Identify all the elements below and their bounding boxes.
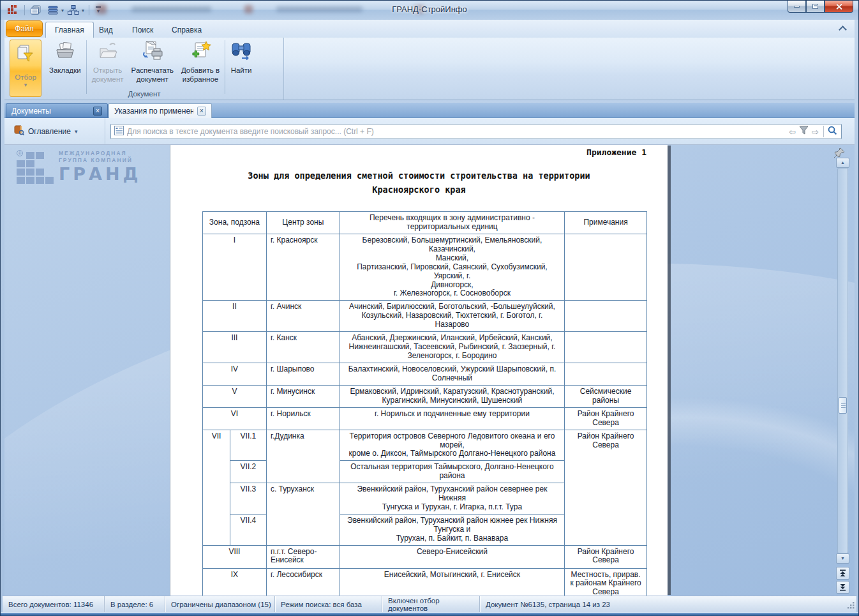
cell-center: г. Красноярск xyxy=(266,234,340,301)
cell-zone: I xyxy=(203,234,267,301)
open-document-button[interactable]: Открыть документ xyxy=(88,39,128,87)
toc-book-icon xyxy=(13,125,24,138)
group-separator xyxy=(86,40,87,94)
table-row: I г. Красноярск Березовский, Большемурти… xyxy=(203,234,647,301)
printer-icon xyxy=(141,41,164,64)
cell-note xyxy=(565,301,647,332)
favorite-star-icon xyxy=(189,41,212,64)
tab-documents[interactable]: Документы × xyxy=(6,103,108,118)
toc-button[interactable]: Оглавление ▾ xyxy=(4,118,105,144)
cell-note xyxy=(565,332,647,363)
tab-current-document[interactable]: Указания по применен... × xyxy=(108,103,212,118)
cell-note: Район Крайнего Севера xyxy=(565,430,647,545)
close-tab-icon[interactable]: × xyxy=(93,107,102,116)
cell-zone: II xyxy=(203,301,267,332)
ribbon-collapse-icon[interactable] xyxy=(838,24,848,33)
cell-zone-group: VII xyxy=(203,430,230,545)
ribbon-tab-row: Файл Главная Вид Поиск Справка xyxy=(4,20,855,38)
close-tab-icon[interactable]: × xyxy=(197,107,206,116)
previous-page-button[interactable] xyxy=(836,567,849,580)
header-zone: Зона, подзона xyxy=(203,212,267,234)
search-input[interactable] xyxy=(127,127,787,136)
cell-note xyxy=(565,363,647,385)
add-to-favorites-button[interactable]: Добавить в избранное xyxy=(177,39,223,87)
ribbon: Отбор ▾ Закладки xyxy=(4,38,855,100)
header-notes: Примечания xyxy=(565,212,647,234)
cell-center: г. Лесосибирск xyxy=(266,568,340,596)
window-bottom-frame xyxy=(1,612,858,616)
window-title: ГРАНД-СтройИнфо xyxy=(1,4,858,14)
filter-selection-label: Отбор xyxy=(15,73,36,81)
table-row: IV г. Шарыпово Балахтинский, Новоселовск… xyxy=(203,363,647,385)
status-filter-enabled: Включен отбор документов xyxy=(382,596,480,612)
cell-list: Ачинский, Бирилюсский, Боготольский, -Бо… xyxy=(340,301,564,332)
cell-list: Ермаковский, Идринский, Каратузский, Кра… xyxy=(340,385,564,407)
scroll-up-button[interactable]: ▲ xyxy=(836,158,849,168)
cell-note: Сейсмические районы xyxy=(565,385,647,407)
cell-list: г. Норильск и подчиненные ему территории xyxy=(340,407,564,430)
scrollbar-track[interactable] xyxy=(837,168,848,553)
cell-list: Балахтинский, Новоселовский, Ужурский Ша… xyxy=(340,363,564,385)
zones-table: Зона, подзона Центр зоны Перечень входящ… xyxy=(202,211,647,596)
file-menu-button[interactable]: Файл xyxy=(6,20,43,37)
cell-zone: VIII xyxy=(203,545,267,568)
document-tab-strip: Документы × Указания по применен... × xyxy=(4,103,855,118)
cell-list: Остальная территория Таймырского, Долган… xyxy=(340,461,564,483)
pin-icon[interactable] xyxy=(834,147,846,158)
table-row: VIII п.г.т. Северо-Енисейск Северо-Енисе… xyxy=(203,545,647,568)
header-list: Перечень входящих в зону административно… xyxy=(340,212,564,234)
search-prev-icon[interactable]: ⇦ xyxy=(787,127,798,137)
cell-center: г. Минусинск xyxy=(266,385,340,407)
table-row: VII VII.1 г.Дудинка Территория островов … xyxy=(203,430,647,461)
bookmarks-icon xyxy=(54,41,76,64)
cell-note: Район Крайнего Севера xyxy=(565,545,647,568)
scroll-down-button[interactable]: ▼ xyxy=(836,553,849,564)
filter-selection-button[interactable]: Отбор ▾ xyxy=(10,40,41,97)
cell-zone: IX xyxy=(203,568,267,596)
table-row: V г. Минусинск Ермаковский, Идринский, К… xyxy=(203,385,647,407)
close-button[interactable] xyxy=(825,1,853,13)
resize-grip[interactable] xyxy=(846,601,855,611)
table-row: IX г. Лесосибирск Енисейский, Мотыгински… xyxy=(203,568,647,596)
group-separator xyxy=(225,40,225,94)
search-separator xyxy=(823,126,824,137)
tab-help[interactable]: Справка xyxy=(163,22,211,38)
status-in-section: В разделе: 6 xyxy=(105,596,165,612)
cell-zone: V xyxy=(203,385,267,407)
cell-center: п.г.т. Северо-Енисейск xyxy=(266,545,340,568)
cell-zone: VI xyxy=(203,407,267,430)
search-next-icon[interactable]: ⇨ xyxy=(810,127,821,137)
tab-view[interactable]: Вид xyxy=(90,22,122,38)
status-search-mode: Режим поиска: вся база xyxy=(275,596,382,612)
cell-center: г. Норильск xyxy=(266,407,340,430)
cell-subzone: VII.4 xyxy=(230,514,266,545)
print-document-button[interactable]: Распечатать документ xyxy=(128,39,177,87)
cell-list: Эвенкийский район, Туруханский район южн… xyxy=(340,514,564,545)
title-bar: ▾ ▾ ▾ ГРАНД-СтройИнфо xyxy=(1,1,858,20)
header-center: Центр зоны xyxy=(266,212,340,234)
tab-search[interactable]: Поиск xyxy=(123,22,162,38)
find-button[interactable]: Найти xyxy=(227,39,256,87)
vertical-scrollbar: ▲ ▼ xyxy=(836,158,849,594)
next-page-button[interactable] xyxy=(836,581,849,594)
document-title: Зоны для определения сметной стоимости с… xyxy=(170,170,668,181)
tab-home[interactable]: Главная xyxy=(45,22,94,38)
cell-list: Березовский, Большемуртинский, Емельянов… xyxy=(340,234,564,301)
content-area: ® МЕЖДУНАРОДНАЯГРУППА КОМПАНИЙ ГРАНД При… xyxy=(4,145,855,596)
scrollbar-thumb[interactable] xyxy=(839,397,847,414)
cell-center: г. Ачинск xyxy=(266,301,340,332)
restore-button[interactable] xyxy=(806,1,825,13)
grand-watermark: ® МЕЖДУНАРОДНАЯГРУППА КОМПАНИЙ ГРАНД xyxy=(17,150,163,184)
cell-zone: III xyxy=(203,332,267,363)
cell-list: Эвенкийский район, Туруханский район сев… xyxy=(340,483,564,515)
document-title: Красноярского края xyxy=(170,184,668,195)
status-bar: Всего документов: 11346 В разделе: 6 Огр… xyxy=(3,596,856,612)
filter-funnel-icon[interactable] xyxy=(798,126,810,137)
watermark-grid xyxy=(17,152,54,184)
ribbon-group-label: Документ xyxy=(45,90,243,98)
bookmarks-button[interactable]: Закладки xyxy=(45,39,85,87)
cell-note: Район Крайнего Севера xyxy=(565,407,647,430)
cell-center: г.Дудинка xyxy=(266,430,340,483)
search-icon[interactable] xyxy=(826,126,841,138)
minimize-button[interactable] xyxy=(788,1,806,13)
